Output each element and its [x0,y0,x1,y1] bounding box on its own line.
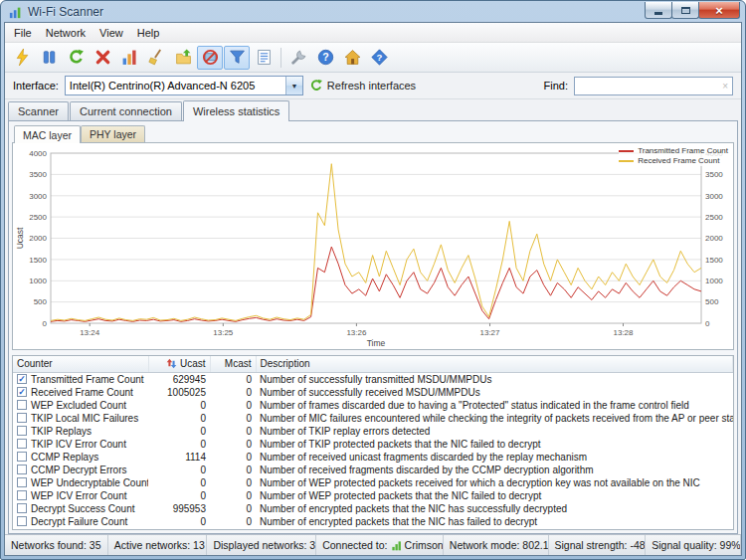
status-value: Crimson [405,539,444,551]
counter-cell: Decrypt Failure Count [13,515,148,528]
clear-button[interactable] [143,46,169,70]
tab-scanner[interactable]: Scanner [8,101,69,120]
interface-select[interactable]: Intel(R) Centrino(R) Advanced-N 6205 ▼ [65,76,303,95]
row-checkbox[interactable]: ✓ [17,387,27,397]
start-scan-button[interactable] [9,46,35,70]
row-checkbox[interactable] [17,413,27,423]
counter-cell: TKIP Replays [13,425,148,438]
find-input[interactable] [575,80,718,92]
minimize-button[interactable] [645,2,672,19]
start-scan-icon [14,49,31,66]
table-row[interactable]: WEP ICV Error Count00Number of WEP prote… [13,489,733,502]
counter-name: WEP Excluded Count [31,400,126,411]
counter-name: TKIP ICV Error Count [31,439,126,450]
table-row[interactable]: TKIP Local MIC Failures00Number of MIC f… [13,412,733,425]
ucast-cell: 1114 [148,451,210,464]
chart: Transmitted Frame CountReceived Frame Co… [12,142,734,350]
help-button[interactable]: ? [312,46,338,70]
row-checkbox[interactable] [17,490,27,500]
table-row[interactable]: TKIP ICV Error Count00Number of TKIP pro… [13,438,733,451]
svg-text:2500: 2500 [29,213,47,222]
description-cell: Number of WEP protected packets that the… [256,489,733,502]
svg-text:0: 0 [43,319,48,328]
table-row[interactable]: ✓Received Frame Count10050250Number of s… [13,386,733,399]
subtab-phy-layer[interactable]: PHY layer [81,125,145,142]
close-button[interactable]: × [698,2,740,19]
menu-network[interactable]: Network [39,25,93,41]
chevron-down-icon[interactable]: ▼ [285,77,302,94]
menu-help[interactable]: Help [130,25,167,41]
svg-text:Ucast: Ucast [15,227,25,249]
mcast-cell: 0 [210,464,256,476]
mcast-cell: 0 [210,515,256,528]
row-checkbox[interactable] [17,465,27,474]
status-text: Connected to: [322,539,387,551]
menu-view[interactable]: View [93,25,130,41]
ucast-cell: 0 [148,489,210,502]
pause-scan-icon [41,49,58,66]
refresh-interfaces-icon [309,79,323,93]
row-checkbox[interactable] [17,503,27,513]
counter-cell: WEP Excluded Count [13,399,148,412]
filter-button[interactable] [224,46,250,70]
svg-text:3500: 3500 [29,170,47,179]
mcast-cell: 0 [210,372,256,386]
table-row[interactable]: TKIP Replays00Number of TKIP replay erro… [13,425,733,438]
column-header-ucast[interactable]: Ucast [148,356,210,372]
export-button[interactable] [170,46,196,70]
column-header-counter[interactable]: Counter [13,356,148,372]
table-row[interactable]: Decrypt Failure Count00Number of encrypt… [13,515,733,528]
counters-table: Counter Ucast Mcast Description ✓Transmi… [12,355,734,530]
mcast-cell: 0 [210,451,256,464]
settings-button[interactable] [285,46,311,70]
table-row[interactable]: Decrypt Success Count9959530Number of en… [13,502,733,515]
details-button[interactable] [251,46,277,70]
description-cell: Number of TKIP protected packets that th… [256,438,733,451]
status-text: Active networks: 13 [114,539,205,551]
row-checkbox[interactable]: ✓ [17,374,27,384]
filter-icon [229,49,246,66]
description-cell: Number of received fragments discarded b… [256,464,733,476]
row-checkbox[interactable] [17,426,27,436]
counter-cell: WEP ICV Error Count [13,489,148,502]
graphs-button[interactable] [116,46,142,70]
svg-text:13:24: 13:24 [80,328,100,337]
row-checkbox[interactable] [17,452,27,462]
svg-text:13:25: 13:25 [213,328,234,337]
legend-item: Received Frame Count [619,156,728,166]
table-row[interactable]: WEP Undecryptable Count00Number of WEP p… [13,476,733,489]
status-segment: Network mode: 802.11n [444,535,549,555]
row-checkbox[interactable] [17,477,27,487]
tab-wireless-statistics[interactable]: Wireless statistics [183,100,289,121]
table-row[interactable]: CCMP Replays11140Number of received unic… [13,451,733,464]
pause-scan-button[interactable] [36,46,62,70]
table-row[interactable]: WEP Excluded Count00Number of frames dis… [13,399,733,412]
svg-text:13:26: 13:26 [346,328,367,337]
table-row[interactable]: ✓Transmitted Frame Count6299450Number of… [13,372,733,386]
home-button[interactable] [339,46,365,70]
row-checkbox[interactable] [17,400,27,410]
description-cell: Number of TKIP replay errors detected [256,425,733,438]
clear-find-icon[interactable]: × [718,81,732,92]
subtab-mac-layer[interactable]: MAC layer [14,125,81,143]
refresh-interfaces-button[interactable]: Refresh interfaces [309,79,416,93]
titlebar[interactable]: Wi-Fi Scanner × [4,1,742,22]
maximize-button[interactable] [671,2,699,19]
refresh-button[interactable] [63,46,89,70]
column-header-description[interactable]: Description [256,356,733,372]
menu-file[interactable]: File [7,25,39,41]
tab-current-connection[interactable]: Current connection [70,101,182,120]
description-cell: Number of successfully transmitted MSDU/… [256,372,733,386]
table-row[interactable]: CCMP Decrypt Errors00Number of received … [13,464,733,476]
interface-value: Intel(R) Centrino(R) Advanced-N 6205 [70,80,255,92]
counter-name: TKIP Local MIC Failures [31,413,138,424]
find-label: Find: [544,80,568,92]
stop-button[interactable] [90,46,115,70]
status-segment: Networks found: 35 [5,535,108,555]
row-checkbox[interactable] [17,439,27,449]
legend-label: Received Frame Count [638,156,719,166]
ignore-networks-button[interactable] [197,46,223,70]
row-checkbox[interactable] [17,516,27,526]
column-header-mcast[interactable]: Mcast [210,356,256,372]
about-button[interactable]: ? [366,46,392,70]
